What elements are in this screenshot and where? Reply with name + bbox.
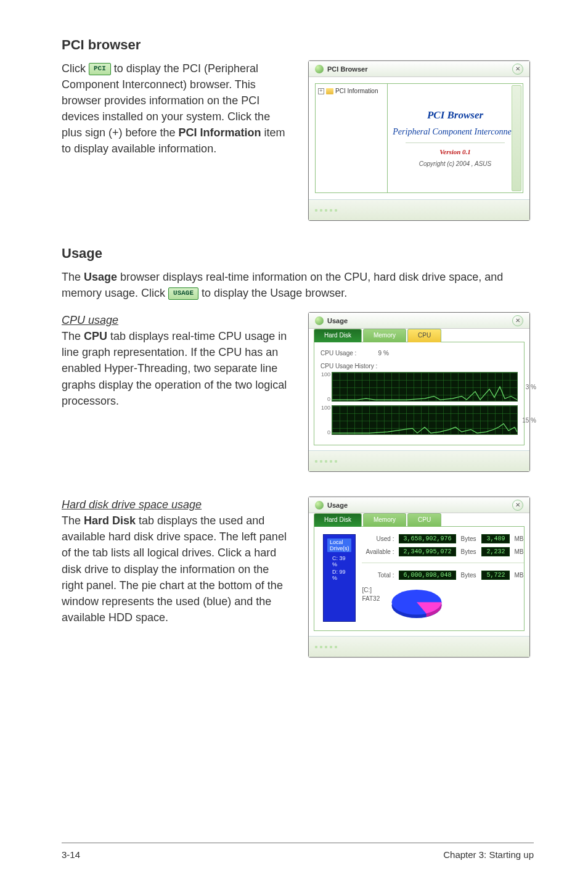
- window-footer-dots: [309, 636, 529, 657]
- usage-intro-1: The: [62, 271, 84, 283]
- hd-para-2: tab displays the used and available hard…: [62, 514, 287, 624]
- close-icon[interactable]: ✕: [512, 64, 523, 75]
- unit-mb: MB: [515, 535, 524, 542]
- tab-hard-disk[interactable]: Hard Disk: [314, 513, 362, 527]
- chapter-label: Chapter 3: Starting up: [443, 849, 534, 860]
- drive-d[interactable]: D: 99 %: [327, 568, 351, 582]
- hd-subheading: Hard disk drive space usage: [62, 497, 293, 513]
- pci-para-prefix: Click: [62, 62, 89, 75]
- window-footer-dots: [309, 450, 529, 471]
- pci-window: PCI Browser ✕ + PCI Information: [308, 60, 530, 221]
- usage-cpu-window: Usage ✕ Hard Disk Memory CPU CPU Usage :: [308, 312, 530, 472]
- tab-cpu[interactable]: CPU: [407, 329, 441, 342]
- avail-mb: 2,232: [481, 547, 510, 556]
- hd-para-b: Hard Disk: [84, 514, 136, 527]
- pci-heading: PCI browser: [62, 37, 530, 53]
- cpu-pct-2: 15 %: [522, 417, 536, 424]
- usage-cpu-title: Usage: [327, 317, 512, 324]
- usage-intro-b: Usage: [84, 271, 117, 283]
- tab-cpu[interactable]: CPU: [407, 513, 441, 527]
- pie-fs: FAT32: [362, 595, 380, 603]
- page-number: 3-14: [62, 849, 80, 860]
- globe-icon: [315, 316, 324, 325]
- unit-mb: MB: [515, 548, 524, 555]
- cpu-graph-1: [332, 372, 518, 402]
- usage-heading: Usage: [62, 245, 530, 262]
- pci-paragraph: Click PCI to display the PCI (Peripheral…: [62, 60, 293, 157]
- drive-list-caption: Local Drive(s): [327, 538, 351, 552]
- cpu-para-b: CPU: [84, 330, 107, 342]
- pci-main-sub: Peripheral Component Interconnect: [393, 126, 517, 138]
- drive-list[interactable]: Local Drive(s) C: 39 % D: 99 %: [323, 534, 356, 622]
- scale-100b: 100: [321, 405, 330, 411]
- pci-tree-node-label: PCI Information: [335, 88, 378, 94]
- total-label: Total :: [362, 572, 394, 579]
- tree-expand-icon[interactable]: +: [318, 88, 324, 94]
- page-footer: 3-14 Chapter 3: Starting up: [62, 843, 534, 860]
- used-bytes: 3,658,902,976: [399, 534, 455, 543]
- cpu-usage-label: CPU Usage :: [321, 350, 356, 357]
- tab-memory[interactable]: Memory: [363, 329, 406, 342]
- usage-intro: The Usage browser displays real-time inf…: [62, 269, 530, 301]
- pie-chart: [388, 586, 445, 622]
- usage-hd-title: Usage: [327, 501, 512, 509]
- pci-para-emph: PCI Information: [179, 126, 261, 139]
- cpu-paragraph: The CPU tab displays real-time CPU usage…: [62, 328, 293, 408]
- used-label: Used :: [362, 535, 394, 542]
- usage-hd-window: Usage ✕ Hard Disk Memory CPU Local Drive…: [308, 497, 530, 658]
- drive-c[interactable]: C: 39 %: [327, 555, 351, 568]
- pci-button-icon: PCI: [89, 63, 111, 75]
- total-bytes: 6,000,898,048: [399, 571, 455, 580]
- cpu-subheading: CPU usage: [62, 312, 293, 328]
- avail-bytes: 2,340,995,072: [399, 547, 455, 556]
- pci-copyright: Copyright (c) 2004 , ASUS: [419, 160, 491, 167]
- unit-bytes: Bytes: [461, 572, 476, 579]
- scale-0b: 0: [327, 429, 330, 435]
- cpu-usage-unit: %: [383, 350, 389, 357]
- pie-drive-name: [C:]: [362, 586, 380, 595]
- unit-mb: MB: [515, 572, 524, 579]
- hd-para-1: The: [62, 514, 84, 527]
- unit-bytes: Bytes: [461, 535, 476, 542]
- globe-icon: [315, 501, 324, 510]
- total-mb: 5,722: [481, 571, 510, 580]
- usage-button-icon: USAGE: [168, 287, 198, 300]
- cpu-history-label: CPU Usage History :: [321, 360, 518, 371]
- pci-window-title: PCI Browser: [327, 65, 512, 73]
- pci-main-title: PCI Browser: [427, 109, 483, 122]
- unit-bytes: Bytes: [461, 548, 476, 555]
- folder-icon: [326, 88, 333, 94]
- avail-label: Available :: [362, 548, 394, 555]
- cpu-pct-1: 3 %: [526, 384, 536, 390]
- scale-100: 100: [321, 371, 330, 377]
- scale-0: 0: [327, 396, 330, 402]
- cpu-graph-2: [332, 405, 518, 435]
- pci-main-panel: PCI Browser Peripheral Component Interco…: [388, 83, 523, 193]
- window-footer-dots: [309, 199, 529, 220]
- close-icon[interactable]: ✕: [512, 500, 523, 511]
- usage-intro-3: to display the Usage browser.: [198, 287, 347, 299]
- pci-tree[interactable]: + PCI Information: [315, 83, 388, 193]
- tab-hard-disk[interactable]: Hard Disk: [314, 329, 362, 342]
- globe-icon: [315, 65, 324, 73]
- cpu-para-1: The: [62, 330, 84, 342]
- close-icon[interactable]: ✕: [512, 315, 523, 326]
- hd-paragraph: The Hard Disk tab displays the used and …: [62, 513, 293, 625]
- pci-version: Version 0.1: [439, 148, 471, 155]
- tab-memory[interactable]: Memory: [363, 513, 406, 527]
- used-mb: 3,489: [481, 534, 510, 543]
- cpu-usage-value: 9: [361, 350, 382, 357]
